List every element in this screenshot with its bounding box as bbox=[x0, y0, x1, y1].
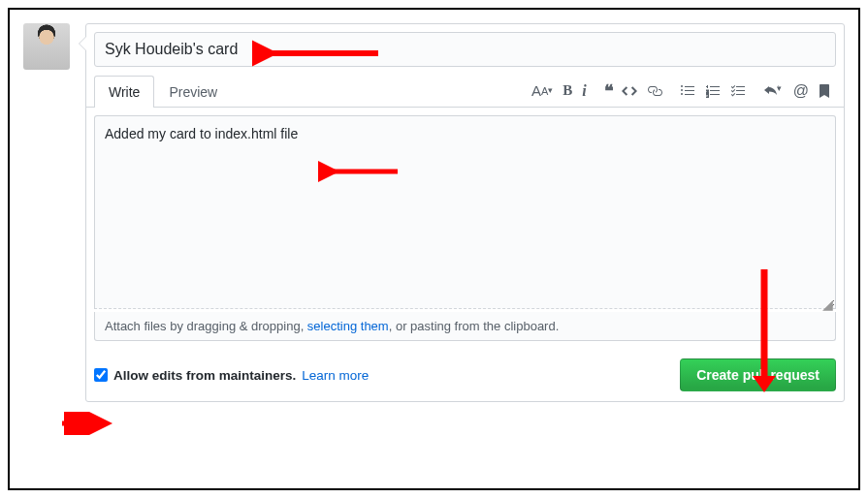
screenshot-frame: Write Preview AA▾ B i ❝ bbox=[8, 8, 860, 490]
task-list-icon[interactable] bbox=[730, 83, 746, 99]
attach-prefix: Attach files by dragging & dropping, bbox=[105, 319, 307, 333]
tool-group-misc: ▾ @ bbox=[763, 82, 830, 100]
heading-icon[interactable]: AA▾ bbox=[531, 82, 553, 99]
number-list-icon[interactable] bbox=[705, 83, 721, 99]
pr-body-textarea[interactable] bbox=[94, 115, 836, 309]
create-pr-button[interactable]: Create pull request bbox=[680, 358, 836, 391]
learn-more-link[interactable]: Learn more bbox=[302, 368, 369, 383]
tool-group-text: AA▾ B i bbox=[531, 82, 587, 100]
arrow-annotation-checkbox bbox=[58, 412, 116, 435]
pr-title-input[interactable] bbox=[94, 32, 836, 67]
markdown-toolbar: AA▾ B i ❝ bbox=[531, 82, 836, 100]
form-footer: Allow edits from maintainers. Learn more… bbox=[86, 349, 844, 401]
italic-icon[interactable]: i bbox=[582, 82, 586, 100]
allow-edits-label[interactable]: Allow edits from maintainers. Learn more bbox=[94, 368, 369, 383]
tool-group-insert: ❝ bbox=[604, 83, 662, 99]
tab-write[interactable]: Write bbox=[94, 76, 154, 108]
allow-edits-checkbox[interactable] bbox=[94, 368, 108, 382]
link-icon[interactable] bbox=[647, 83, 662, 99]
quote-icon[interactable]: ❝ bbox=[604, 86, 612, 96]
attach-select-link[interactable]: selecting them bbox=[307, 319, 389, 333]
title-wrap bbox=[86, 24, 844, 67]
avatar-image bbox=[23, 23, 70, 70]
tabnav: Write Preview AA▾ B i ❝ bbox=[86, 67, 844, 108]
allow-edits-text: Allow edits from maintainers. bbox=[113, 368, 296, 383]
avatar[interactable] bbox=[23, 23, 70, 70]
mention-icon[interactable]: @ bbox=[793, 82, 809, 100]
attach-bar[interactable]: Attach files by dragging & dropping, sel… bbox=[94, 312, 836, 341]
reply-icon[interactable]: ▾ bbox=[763, 83, 784, 99]
body-wrap: Attach files by dragging & dropping, sel… bbox=[86, 108, 844, 349]
bullet-list-icon[interactable] bbox=[680, 83, 695, 99]
comment-box: Write Preview AA▾ B i ❝ bbox=[85, 23, 845, 402]
code-icon[interactable] bbox=[622, 83, 637, 99]
attach-suffix: , or pasting from the clipboard. bbox=[389, 319, 560, 333]
bookmark-icon[interactable] bbox=[819, 83, 830, 99]
tab-preview[interactable]: Preview bbox=[154, 76, 232, 108]
pr-form-container: Write Preview AA▾ B i ❝ bbox=[23, 23, 845, 402]
bold-icon[interactable]: B bbox=[563, 82, 572, 99]
tool-group-lists bbox=[680, 83, 746, 99]
